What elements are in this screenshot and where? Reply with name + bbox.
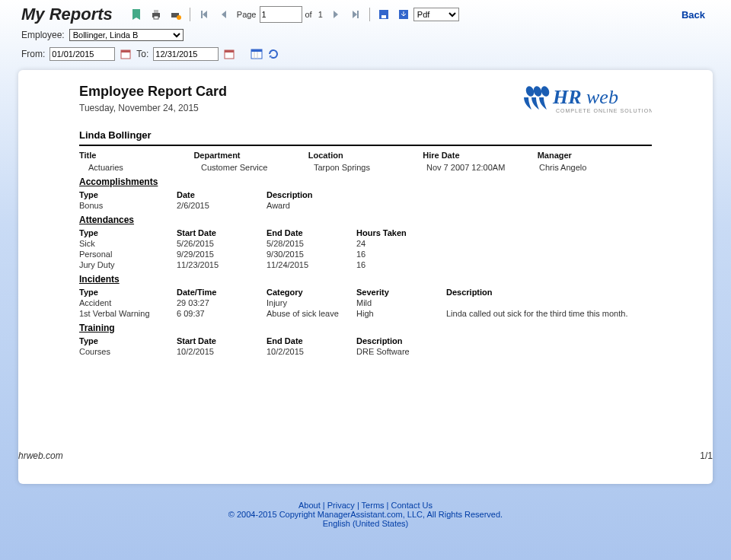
att-hours: 16: [356, 250, 652, 259]
att-hours: 16: [356, 260, 652, 269]
page-count: 1: [318, 10, 323, 19]
val-title: Actuaries: [88, 163, 201, 172]
acc-desc: Award: [267, 201, 652, 210]
att-col-end: End Date: [267, 228, 350, 237]
val-hiredate: Nov 7 2007 12:00AM: [426, 163, 539, 172]
inc-col-dt: Date/Time: [177, 288, 260, 297]
trn-start: 10/2/2015: [177, 347, 260, 356]
trn-col-desc: Description: [356, 336, 652, 345]
val-dept: Customer Service: [201, 163, 314, 172]
att-end: 11/24/2015: [267, 260, 350, 269]
trn-col-end: End Date: [267, 336, 350, 345]
copyright: © 2004-2015 Copyright ManagerAssistant.c…: [228, 510, 503, 519]
to-date-input[interactable]: [153, 47, 219, 61]
export-icon[interactable]: [397, 8, 410, 21]
acc-col-desc: Description: [267, 190, 652, 199]
inc-cat: Injury: [267, 298, 350, 307]
accomplishments-grid: Type Date Description Bonus 2/6/2015 Awa…: [79, 190, 652, 210]
report-date: Tuesday, November 24, 2015: [79, 103, 227, 113]
inc-dt: 6 09:37: [177, 309, 260, 318]
inc-sev: High: [356, 309, 440, 318]
report-page-indicator: 1/1: [700, 450, 713, 461]
contact-link[interactable]: Contact Us: [391, 501, 433, 510]
inc-cat: Abuse of sick leave: [267, 309, 350, 318]
site-footer: About | Privacy | Terms | Contact Us © 2…: [0, 501, 731, 528]
trn-col-start: Start Date: [177, 336, 260, 345]
employee-name: Linda Bollinger: [79, 129, 652, 142]
inc-desc: Linda called out sick for the third time…: [446, 309, 652, 318]
inc-col-desc: Description: [446, 288, 652, 297]
from-label: From:: [21, 49, 45, 59]
att-start: 5/26/2015: [177, 239, 260, 248]
prev-page-icon[interactable]: [217, 8, 231, 21]
acc-col-date: Date: [177, 190, 260, 199]
col-hiredate: Hire Date: [423, 151, 537, 160]
report-site: hrweb.com: [18, 450, 63, 461]
svg-rect-11: [225, 50, 234, 52]
print-setup-icon[interactable]: [169, 8, 183, 21]
col-location: Location: [308, 151, 423, 160]
separator: [190, 8, 190, 21]
svg-point-18: [540, 85, 551, 98]
svg-rect-6: [381, 15, 386, 18]
att-hours: 24: [356, 239, 652, 248]
att-col-type: Type: [79, 228, 171, 237]
col-title: Title: [79, 151, 193, 160]
inc-sev: Mild: [356, 298, 440, 307]
report-header: Employee Report Card Tuesday, November 2…: [79, 84, 652, 119]
trn-desc: DRE Software: [356, 347, 652, 356]
calendar-icon[interactable]: [223, 48, 235, 60]
trn-col-type: Type: [79, 336, 171, 345]
svg-point-4: [177, 15, 181, 20]
att-start: 11/23/2015: [177, 260, 260, 269]
inc-type: Accident: [79, 298, 171, 307]
terms-link[interactable]: Terms: [362, 501, 385, 510]
locale-link[interactable]: English (United States): [323, 519, 409, 528]
last-page-icon[interactable]: [349, 8, 362, 21]
inc-col-type: Type: [79, 288, 171, 297]
report-container: Employee Report Card Tuesday, November 2…: [18, 70, 713, 484]
page-input[interactable]: [260, 6, 302, 23]
privacy-link[interactable]: Privacy: [327, 501, 355, 510]
val-location: Tarpon Springs: [314, 163, 426, 172]
bookmark-icon[interactable]: [129, 8, 143, 21]
att-col-start: Start Date: [177, 228, 260, 237]
trn-type: Courses: [79, 347, 171, 356]
incidents-grid: Type Date/Time Category Severity Descrip…: [79, 288, 652, 318]
first-page-icon[interactable]: [197, 8, 211, 21]
section-accomplishments: Accomplishments: [79, 177, 652, 187]
training-grid: Type Start Date End Date Description Cou…: [79, 336, 652, 356]
page-label: Page: [237, 10, 257, 19]
to-label: To:: [136, 49, 148, 59]
employee-select[interactable]: Bollinger, Linda B: [69, 29, 184, 41]
refresh-icon[interactable]: [267, 48, 279, 60]
next-page-icon[interactable]: [329, 8, 343, 21]
svg-text:COMPLETE  ONLINE  SOLUTION: COMPLETE ONLINE SOLUTION: [556, 108, 652, 113]
att-col-hours: Hours Taken: [356, 228, 652, 237]
format-select[interactable]: Pdf: [413, 8, 459, 21]
month-view-icon[interactable]: [251, 48, 263, 60]
info-header-row: Title Department Location Hire Date Mana…: [79, 151, 652, 160]
section-training: Training: [79, 323, 652, 333]
trn-end: 10/2/2015: [267, 347, 350, 356]
att-end: 9/30/2015: [267, 250, 350, 259]
app-title: My Reports: [21, 5, 126, 24]
section-incidents: Incidents: [79, 274, 652, 285]
from-date-input[interactable]: [49, 47, 115, 61]
about-link[interactable]: About: [298, 501, 321, 510]
col-dept: Department: [193, 151, 308, 160]
att-end: 5/28/2015: [267, 239, 350, 248]
acc-col-type: Type: [79, 190, 171, 199]
calendar-icon[interactable]: [120, 48, 132, 60]
print-icon[interactable]: [149, 8, 163, 21]
save-icon[interactable]: [377, 8, 391, 21]
report-page: Employee Report Card Tuesday, November 2…: [18, 84, 713, 470]
svg-rect-1: [154, 10, 158, 13]
back-link[interactable]: Back: [682, 9, 713, 21]
att-type: Sick: [79, 239, 171, 248]
top-toolbar: My Reports Page of 1 Pdf Back: [0, 0, 731, 26]
val-manager: Chris Angelo: [539, 163, 652, 172]
report-title: Employee Report Card: [79, 84, 227, 100]
inc-desc: [446, 298, 652, 307]
inc-type: 1st Verbal Warning: [79, 309, 171, 318]
